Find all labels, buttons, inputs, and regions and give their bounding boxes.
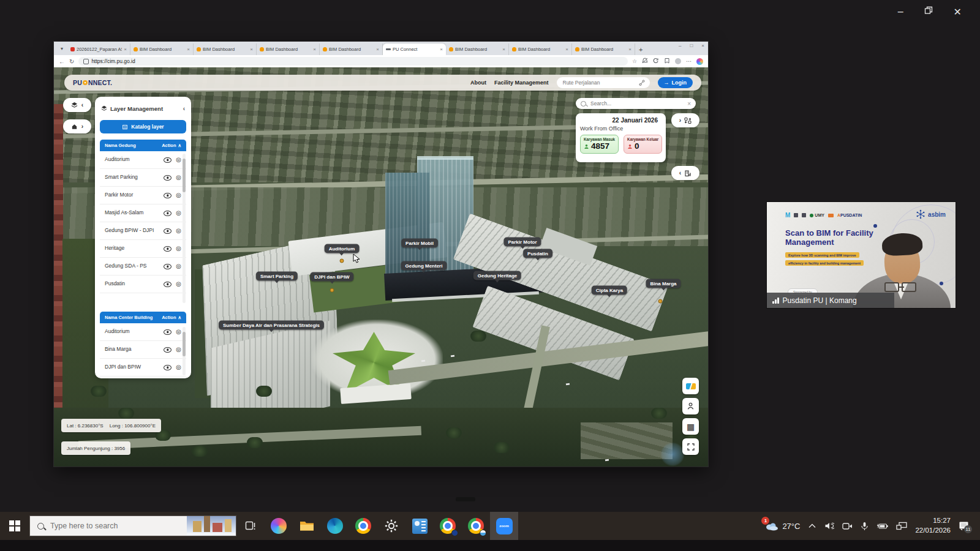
chrome-profile2-button[interactable] xyxy=(434,512,462,540)
tab-close-icon[interactable]: × xyxy=(440,47,443,52)
browser-close-icon[interactable]: × xyxy=(701,43,704,48)
collections-icon[interactable] xyxy=(664,58,670,65)
bookmark-star-icon[interactable]: ☆ xyxy=(632,58,637,64)
minimize-window-icon[interactable]: – xyxy=(898,6,903,18)
browser-tab[interactable]: 20260122_Paparan ASBIM_S× xyxy=(67,43,130,55)
building-map-label[interactable]: Sumber Daya Air dan Prasarana Strategis xyxy=(219,321,324,330)
building-row[interactable]: Auditorium◎ xyxy=(100,323,186,341)
start-button[interactable] xyxy=(0,520,29,531)
street-view-button[interactable] xyxy=(682,398,699,414)
taskbar-clock[interactable]: 15:27 22/01/2026 xyxy=(915,516,951,535)
visibility-eye-icon[interactable] xyxy=(164,175,172,181)
display-network-icon[interactable] xyxy=(896,522,907,530)
tab-close-icon[interactable]: × xyxy=(502,47,505,52)
close-window-icon[interactable]: ✕ xyxy=(954,6,962,18)
taskbar-search-box[interactable] xyxy=(29,515,236,536)
zoom-to-target-icon[interactable]: ◎ xyxy=(176,246,181,252)
visibility-eye-icon[interactable] xyxy=(164,211,172,216)
browser-maximize-icon[interactable]: □ xyxy=(690,43,693,48)
back-icon[interactable]: ← xyxy=(59,58,65,65)
zoom-to-target-icon[interactable]: ◎ xyxy=(176,174,181,181)
route-input[interactable] xyxy=(562,79,636,86)
zoom-to-target-icon[interactable]: ◎ xyxy=(176,228,181,234)
browser-tab[interactable]: BIM Dashboard× xyxy=(257,43,320,55)
visibility-eye-icon[interactable] xyxy=(164,246,172,252)
zoom-toolbar-minimized[interactable] xyxy=(456,497,475,501)
tab-close-icon[interactable]: × xyxy=(628,47,631,52)
visibility-eye-icon[interactable] xyxy=(164,193,172,198)
tab-close-icon[interactable]: × xyxy=(250,47,253,52)
browser-tab[interactable]: PU Connect× xyxy=(383,43,446,55)
browser-tab[interactable]: BIM Dashboard× xyxy=(194,43,257,55)
visibility-eye-icon[interactable] xyxy=(164,329,172,335)
katalog-layer-button[interactable]: Katalog layer xyxy=(100,120,186,133)
weather-widget[interactable]: 1 27°C xyxy=(765,521,800,531)
building-row[interactable]: Smart Parking◎ xyxy=(100,169,186,187)
building-map-label[interactable]: Pusdatin xyxy=(523,249,552,258)
tab-search-icon[interactable]: ▾ xyxy=(58,44,66,53)
chrome-profile3-button[interactable] xyxy=(462,512,490,540)
zoom-video-overlay[interactable]: M UMY APUSDATIN asbim Scan to BIM for Fa… xyxy=(767,202,956,308)
building-map-label[interactable]: Bina Marga xyxy=(646,279,680,288)
tab-close-icon[interactable]: × xyxy=(124,47,127,52)
tab-close-icon[interactable]: × xyxy=(565,47,568,52)
building-row[interactable]: Auditorium◎ xyxy=(100,151,186,169)
section-header-nama-gedung[interactable]: Nama Gedung Action∧ xyxy=(100,140,186,151)
panel-collapse-icon[interactable]: ‹ xyxy=(183,105,185,112)
building-map-label[interactable]: Smart Parking xyxy=(256,272,298,281)
building-map-label[interactable]: Gedung Menteri xyxy=(401,261,447,271)
pu-connect-logo[interactable]: PU NNECT. xyxy=(73,79,112,86)
notification-center-button[interactable]: 11 xyxy=(959,521,969,531)
browser-minimize-icon[interactable]: – xyxy=(679,43,681,48)
building-row[interactable]: Bina Marga◎ xyxy=(100,341,186,359)
microphone-icon[interactable] xyxy=(861,522,869,531)
zoom-to-target-icon[interactable]: ◎ xyxy=(176,157,181,163)
building-row[interactable]: DJPI dan BPIW◎ xyxy=(100,359,186,377)
scrollbar[interactable] xyxy=(183,327,186,375)
building-row[interactable]: Pusdatin◎ xyxy=(100,276,186,293)
route-search-field[interactable] xyxy=(557,77,650,88)
building-map-label[interactable]: Gedung Heritage xyxy=(473,271,521,280)
zoom-to-target-icon[interactable]: ◎ xyxy=(176,263,181,269)
task-view-button[interactable] xyxy=(236,512,265,540)
zoom-to-target-icon[interactable]: ◎ xyxy=(176,281,181,287)
browser-extension-orb-icon[interactable] xyxy=(696,58,703,65)
volume-icon[interactable] xyxy=(824,522,834,530)
map-marker-dot[interactable] xyxy=(340,259,344,263)
visibility-eye-icon[interactable] xyxy=(164,157,172,163)
fullscreen-button[interactable] xyxy=(682,438,699,455)
edge-button[interactable] xyxy=(321,512,349,540)
browser-tab[interactable]: BIM Dashboard× xyxy=(446,43,509,55)
visibility-eye-icon[interactable] xyxy=(164,282,172,287)
zoom-to-target-icon[interactable]: ◎ xyxy=(176,364,181,370)
employees-panel-toggle[interactable]: › xyxy=(671,113,699,127)
zoom-to-target-icon[interactable]: ◎ xyxy=(176,192,181,198)
visibility-eye-icon[interactable] xyxy=(164,264,172,269)
chrome-button[interactable] xyxy=(349,512,377,540)
zoom-to-target-icon[interactable]: ◎ xyxy=(176,210,181,216)
visibility-eye-icon[interactable] xyxy=(164,228,172,234)
building-row[interactable]: Masjid As-Salam◎ xyxy=(100,204,186,222)
map-marker-dot[interactable] xyxy=(658,299,663,304)
browser-tab[interactable]: BIM Dashboard× xyxy=(130,43,194,55)
building-stats-toggle[interactable]: ‹ xyxy=(671,166,699,180)
building-row[interactable]: Gedung BPIW - DJPI◎ xyxy=(100,222,186,240)
tab-close-icon[interactable]: × xyxy=(187,47,190,52)
battery-icon[interactable] xyxy=(876,522,888,530)
qr-code-button[interactable]: ▦ xyxy=(682,418,699,435)
site-info-icon[interactable] xyxy=(83,59,89,64)
url-bar[interactable]: https://cim.pu.go.id xyxy=(78,57,628,66)
profile-avatar-icon[interactable] xyxy=(675,58,681,64)
tab-close-icon[interactable]: × xyxy=(313,47,316,52)
building-map-label[interactable]: Auditorium xyxy=(325,244,360,253)
tab-close-icon[interactable]: × xyxy=(376,47,379,52)
map-search-field[interactable]: × xyxy=(576,98,696,109)
section-header-nama-center-building[interactable]: Nama Center Building Action∧ xyxy=(100,312,186,323)
building-map-label[interactable]: Parkir Mobil xyxy=(401,239,438,248)
map-search-input[interactable] xyxy=(589,100,684,107)
building-map-label[interactable]: Parkir Motor xyxy=(503,238,541,247)
clear-search-icon[interactable]: × xyxy=(687,100,691,107)
bim-layer-button[interactable] xyxy=(682,378,699,394)
tray-chevron-up-icon[interactable] xyxy=(808,522,816,530)
nav-about-link[interactable]: About xyxy=(470,80,486,86)
